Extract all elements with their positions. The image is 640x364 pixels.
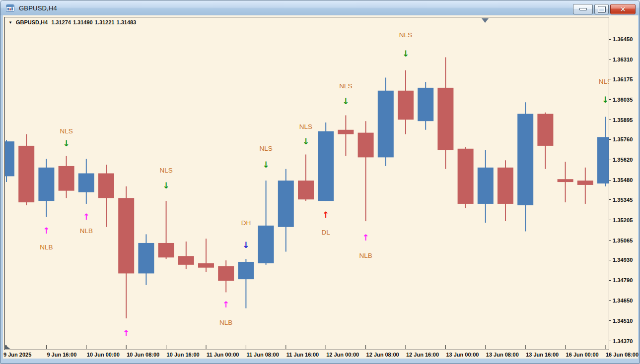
price-tick-mark bbox=[609, 120, 611, 120]
candle[interactable] bbox=[298, 154, 314, 201]
candle[interactable] bbox=[558, 162, 573, 202]
price-tick-mark bbox=[609, 240, 611, 241]
price-axis[interactable]: 1.364501.363101.361751.360351.358951.357… bbox=[609, 17, 638, 350]
time-tick-label: 12 Jun 08:00 bbox=[366, 352, 399, 358]
price-tick-mark bbox=[609, 220, 611, 220]
price-tick-label: 1.34790 bbox=[609, 277, 633, 284]
candle[interactable] bbox=[158, 201, 174, 259]
price-chart-plot[interactable]: ↑NLB↓NLS↑NLB↑↓NLS↑NLB↓DH↓NLS↓NLS↑DL↓NLS↑… bbox=[4, 17, 609, 350]
candle[interactable] bbox=[258, 181, 274, 265]
chart-ohlc-header[interactable]: ▼GBPUSD,H4 1.312741.314901.312211.31483 bbox=[8, 19, 138, 25]
candle[interactable] bbox=[597, 117, 609, 186]
header-symbol-timeframe: GBPUSD,H4 bbox=[16, 19, 48, 25]
candle[interactable] bbox=[378, 77, 394, 166]
signal-annotation[interactable]: ↑ bbox=[123, 328, 130, 338]
chart-surface: ↑NLB↓NLS↑NLB↑↓NLS↑NLB↓DH↓NLS↓NLS↑DL↓NLS↑… bbox=[3, 15, 638, 359]
down-arrow-icon: ↓ bbox=[162, 181, 169, 190]
candle[interactable] bbox=[238, 259, 254, 308]
candle[interactable] bbox=[218, 260, 234, 292]
signal-annotation[interactable]: ↓DH bbox=[241, 219, 251, 250]
time-tick-label: 10 Jun 00:00 bbox=[87, 352, 120, 358]
annotation-label: NLS bbox=[159, 167, 172, 174]
price-tick-label: 1.35345 bbox=[609, 196, 633, 203]
maximize-icon bbox=[598, 6, 605, 12]
signal-annotation[interactable]: ↓NLS bbox=[399, 31, 412, 59]
close-button[interactable]: ✕ bbox=[610, 4, 636, 14]
candle[interactable] bbox=[59, 156, 74, 198]
signal-annotation[interactable]: ↓NLS bbox=[159, 167, 172, 191]
signal-annotation[interactable]: ↑NLB bbox=[80, 212, 93, 235]
candlestick-chart: ↑NLB↓NLS↑NLB↑↓NLS↑NLB↓DH↓NLS↓NLS↑DL↓NLS↑… bbox=[5, 17, 609, 350]
signal-annotation[interactable]: ↑NLB bbox=[219, 300, 232, 326]
candle[interactable] bbox=[78, 159, 94, 204]
candle[interactable] bbox=[418, 82, 433, 130]
candle[interactable] bbox=[38, 159, 54, 217]
candle[interactable] bbox=[5, 140, 14, 182]
down-arrow-icon: ↓ bbox=[262, 160, 269, 170]
signal-annotation[interactable]: ↑DL bbox=[322, 210, 331, 236]
time-axis[interactable]: 9 Jun 20259 Jun 16:0010 Jun 00:0010 Jun … bbox=[3, 351, 638, 359]
window-titlebar[interactable]: GBPUSD,H4 ✕ bbox=[0, 0, 640, 15]
candle[interactable] bbox=[338, 115, 354, 156]
candle[interactable] bbox=[478, 150, 494, 223]
candle-body bbox=[517, 114, 533, 205]
signal-annotation[interactable]: ↓NLS bbox=[339, 82, 352, 107]
candle[interactable] bbox=[537, 113, 553, 169]
candle[interactable] bbox=[198, 239, 214, 272]
candle[interactable] bbox=[138, 234, 154, 285]
candle-body bbox=[98, 174, 114, 198]
candle[interactable] bbox=[98, 165, 114, 227]
up-arrow-icon: ↑ bbox=[222, 300, 229, 309]
annotation-label: NLS bbox=[60, 127, 72, 135]
signal-annotation[interactable]: ↑NLB bbox=[359, 233, 372, 259]
up-arrow-icon: ↑ bbox=[83, 212, 90, 222]
signal-annotation[interactable]: ↓NLS bbox=[299, 123, 312, 147]
up-arrow-icon: ↑ bbox=[322, 210, 329, 220]
annotation-label: NLS bbox=[339, 82, 352, 90]
signal-annotation[interactable]: ↓NLS bbox=[60, 127, 72, 149]
signal-annotation[interactable]: ↑NLB bbox=[40, 226, 53, 251]
candle-body bbox=[218, 266, 234, 281]
candle-body bbox=[238, 262, 254, 279]
history-start-marker-icon bbox=[5, 345, 10, 349]
time-tick-label: 9 Jun 2025 bbox=[3, 352, 31, 358]
maximize-button[interactable] bbox=[594, 4, 609, 14]
time-tick-label: 13 Jun 08:00 bbox=[486, 352, 519, 358]
candle-body bbox=[118, 198, 134, 273]
signal-annotation[interactable]: ↓NLS bbox=[259, 145, 272, 170]
candle[interactable] bbox=[278, 169, 294, 252]
candle[interactable] bbox=[118, 186, 134, 318]
minimize-button[interactable] bbox=[573, 4, 593, 14]
chart-shift-marker-icon[interactable] bbox=[482, 18, 489, 23]
annotation-label: NLB bbox=[40, 243, 53, 251]
candle[interactable] bbox=[398, 70, 414, 134]
price-tick-label: 1.36175 bbox=[609, 76, 633, 82]
candle[interactable] bbox=[498, 160, 513, 221]
time-tick-label: 13 Jun 16:00 bbox=[526, 352, 559, 358]
price-tick-mark bbox=[609, 341, 611, 341]
candle[interactable] bbox=[577, 168, 593, 204]
price-tick-mark bbox=[609, 260, 611, 260]
price-tick-label: 1.34370 bbox=[609, 338, 633, 344]
candle-body bbox=[358, 133, 374, 158]
candle-body bbox=[577, 181, 593, 185]
time-tick-label: 16 Jun 00:00 bbox=[566, 352, 599, 358]
candle-body bbox=[5, 141, 14, 176]
candle[interactable] bbox=[18, 134, 34, 205]
time-tick-label: 13 Jun 00:00 bbox=[446, 352, 479, 358]
candle[interactable] bbox=[517, 102, 533, 231]
time-tick-label: 10 Jun 08:00 bbox=[127, 352, 159, 358]
price-tick-mark bbox=[609, 139, 611, 140]
candle[interactable] bbox=[437, 57, 453, 169]
price-tick-label: 1.36310 bbox=[609, 57, 633, 63]
down-arrow-icon: ↓ bbox=[402, 49, 409, 59]
signal-annotation[interactable]: ↓NLS bbox=[599, 78, 609, 105]
candle[interactable] bbox=[458, 147, 474, 208]
time-tick-label: 11 Jun 00:00 bbox=[207, 352, 239, 358]
candle[interactable] bbox=[318, 122, 334, 201]
price-tick-label: 1.34510 bbox=[609, 317, 633, 324]
candle[interactable] bbox=[358, 121, 374, 221]
price-tick-label: 1.34930 bbox=[609, 257, 633, 263]
price-tick-mark bbox=[609, 160, 611, 160]
candle[interactable] bbox=[178, 242, 194, 269]
